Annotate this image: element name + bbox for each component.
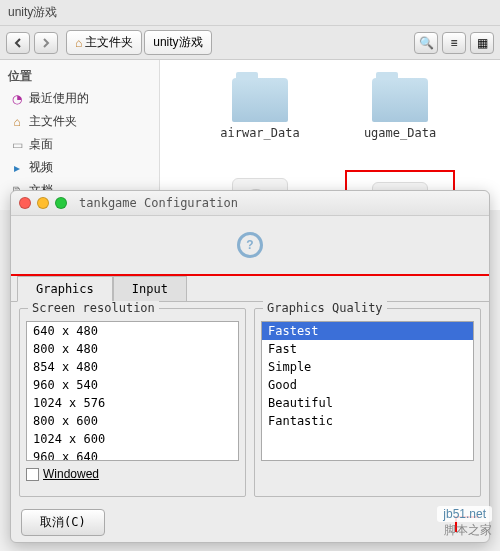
breadcrumb: ⌂ 主文件夹 unity游戏 (66, 30, 212, 55)
list-item[interactable]: Fast (262, 340, 473, 358)
crumb-current[interactable]: unity游戏 (144, 30, 211, 55)
window-title: unity游戏 (0, 0, 500, 26)
list-item[interactable]: 800 x 600 (27, 412, 238, 430)
crumb-label: unity游戏 (153, 34, 202, 51)
list-item[interactable]: 960 x 540 (27, 376, 238, 394)
sidebar-item-label: 最近使用的 (29, 90, 89, 107)
home-icon: ⌂ (75, 36, 82, 50)
quality-listbox[interactable]: Fastest Fast Simple Good Beautiful Fanta… (261, 321, 474, 461)
list-item[interactable]: Good (262, 376, 473, 394)
list-item[interactable]: 1024 x 600 (27, 430, 238, 448)
desktop-icon: ▭ (10, 138, 24, 152)
sidebar-item-videos[interactable]: ▸视频 (4, 156, 155, 179)
list-item[interactable]: 640 x 480 (27, 322, 238, 340)
folder-icon (232, 78, 288, 122)
unity-logo-icon: ? (237, 232, 263, 258)
group-title: Screen resolution (28, 301, 159, 315)
quality-group: Graphics Quality Fastest Fast Simple Goo… (254, 308, 481, 497)
dialog-footer: 取消(C) (11, 503, 489, 542)
dialog-logo-area: ? (11, 216, 489, 276)
windowed-row[interactable]: Windowed (26, 467, 239, 481)
sidebar-item-label: 桌面 (29, 136, 53, 153)
file-manager: unity游戏 ⌂ 主文件夹 unity游戏 🔍 ≡ ▦ 位置 ◔最近使用的 ⌂… (0, 0, 500, 210)
watermark-url: jb51.net (437, 506, 492, 522)
search-icon: 🔍 (419, 36, 434, 50)
list-item[interactable]: Beautiful (262, 394, 473, 412)
minimize-button[interactable] (37, 197, 49, 209)
tab-bar: Graphics Input (11, 276, 489, 302)
dialog-titlebar: tankgame Configuration (11, 191, 489, 216)
back-button[interactable] (6, 32, 30, 54)
crumb-home[interactable]: ⌂ 主文件夹 (66, 30, 142, 55)
dialog-title: tankgame Configuration (79, 196, 238, 210)
graphics-panel: Screen resolution 640 x 480 800 x 480 85… (11, 302, 489, 503)
sidebar: 位置 ◔最近使用的 ⌂主文件夹 ▭桌面 ▸视频 🗎文档 (0, 60, 160, 210)
toolbar: ⌂ 主文件夹 unity游戏 🔍 ≡ ▦ (0, 26, 500, 60)
file-label: airwar_Data (220, 126, 299, 140)
grid-view-button[interactable]: ▦ (470, 32, 494, 54)
resolution-group: Screen resolution 640 x 480 800 x 480 85… (19, 308, 246, 497)
folder-icon (372, 78, 428, 122)
windowed-label: Windowed (43, 467, 99, 481)
cancel-button[interactable]: 取消(C) (21, 509, 105, 536)
list-view-button[interactable]: ≡ (442, 32, 466, 54)
list-item[interactable]: 800 x 480 (27, 340, 238, 358)
sidebar-item-recent[interactable]: ◔最近使用的 (4, 87, 155, 110)
watermark: jb51.net 脚本之家 (437, 506, 492, 539)
list-item[interactable]: Fantastic (262, 412, 473, 430)
video-icon: ▸ (10, 161, 24, 175)
grid-icon: ▦ (477, 36, 488, 50)
file-grid: airwar_Data ugame_Data airwar.x86_64 uga… (160, 60, 500, 210)
file-item-folder[interactable]: airwar_Data (205, 70, 315, 140)
sidebar-item-desktop[interactable]: ▭桌面 (4, 133, 155, 156)
forward-button[interactable] (34, 32, 58, 54)
maximize-button[interactable] (55, 197, 67, 209)
sidebar-item-label: 视频 (29, 159, 53, 176)
group-title: Graphics Quality (263, 301, 387, 315)
file-label: ugame_Data (364, 126, 436, 140)
sidebar-item-label: 主文件夹 (29, 113, 77, 130)
home-icon: ⌂ (10, 115, 24, 129)
list-icon: ≡ (450, 36, 457, 50)
close-button[interactable] (19, 197, 31, 209)
watermark-site: 脚本之家 (437, 522, 492, 539)
sidebar-item-home[interactable]: ⌂主文件夹 (4, 110, 155, 133)
file-item-folder[interactable]: ugame_Data (345, 70, 455, 140)
crumb-label: 主文件夹 (85, 34, 133, 51)
list-item[interactable]: 854 x 480 (27, 358, 238, 376)
tab-graphics[interactable]: Graphics (17, 276, 113, 302)
config-dialog: tankgame Configuration ? Graphics Input … (10, 190, 490, 543)
search-button[interactable]: 🔍 (414, 32, 438, 54)
windowed-checkbox[interactable] (26, 468, 39, 481)
list-item[interactable]: 960 x 640 (27, 448, 238, 461)
tab-input[interactable]: Input (113, 276, 187, 301)
list-item[interactable]: Fastest (262, 322, 473, 340)
list-item[interactable]: 1024 x 576 (27, 394, 238, 412)
list-item[interactable]: Simple (262, 358, 473, 376)
clock-icon: ◔ (10, 92, 24, 106)
resolution-listbox[interactable]: 640 x 480 800 x 480 854 x 480 960 x 540 … (26, 321, 239, 461)
sidebar-header: 位置 (4, 66, 155, 87)
